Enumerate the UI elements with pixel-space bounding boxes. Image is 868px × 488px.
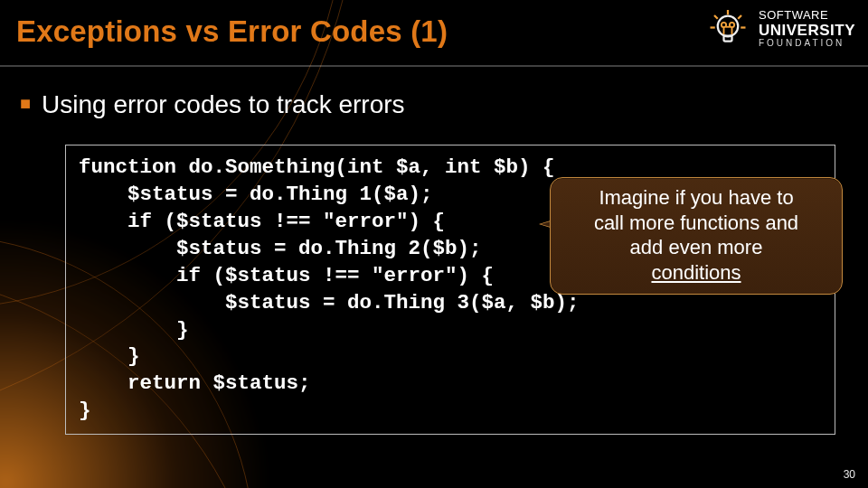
slide-title: Exceptions vs Error Codes (1) — [16, 14, 448, 49]
callout-line: conditions — [561, 260, 831, 286]
svg-line-3 — [714, 15, 718, 19]
title-divider — [0, 65, 868, 67]
bullet-marker-icon: ■ — [20, 94, 31, 112]
slide-number: 30 — [844, 468, 855, 481]
bullet-item: ■ Using error codes to track errors — [20, 90, 850, 119]
svg-line-4 — [738, 15, 741, 19]
callout-line: call more functions and — [561, 211, 831, 236]
callout-line: add even more — [561, 235, 831, 260]
callout-line: Imagine if you have to — [561, 185, 831, 211]
logo-text-line2: UNIVERSITY — [759, 23, 855, 39]
svg-rect-1 — [723, 36, 731, 42]
logo-text-line1: SOFTWARE — [759, 9, 855, 22]
callout-box: Imagine if you have to call more functio… — [550, 177, 843, 295]
svg-point-7 — [722, 23, 726, 27]
brand-logo: SOFTWARE UNIVERSITY FOUNDATION — [706, 7, 855, 51]
bullet-text: Using error codes to track errors — [42, 90, 404, 119]
lightbulb-icon — [706, 7, 750, 51]
svg-point-8 — [730, 23, 734, 27]
logo-text-line3: FOUNDATION — [759, 39, 855, 49]
